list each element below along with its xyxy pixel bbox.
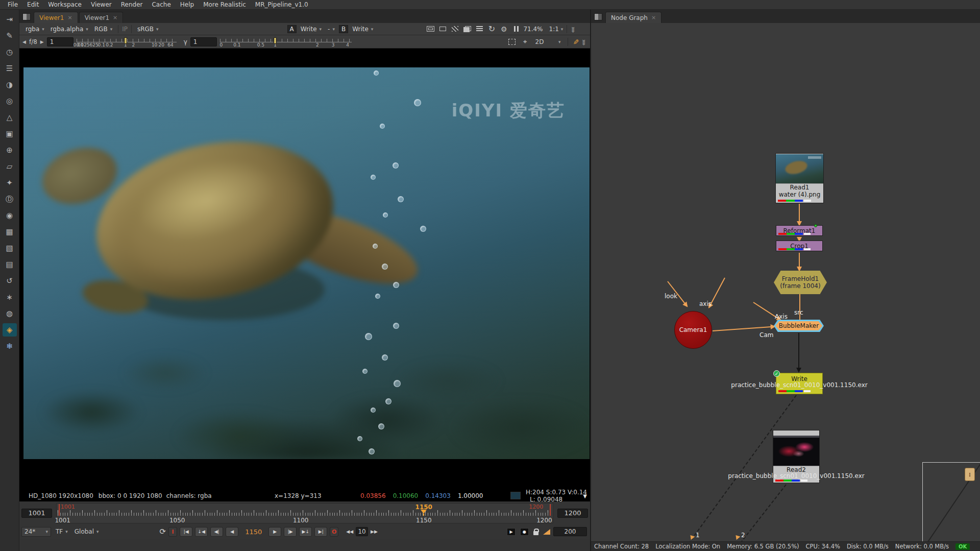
refresh-icon[interactable]: ↻ [486, 25, 497, 34]
frame-display-icon[interactable] [425, 25, 435, 34]
menu-cache[interactable]: Cache [147, 1, 175, 8]
range-out-marker[interactable] [550, 504, 551, 516]
exposure-down-arrow[interactable]: ◀ [22, 39, 26, 44]
step-forward-button[interactable]: |▶ [284, 527, 297, 537]
exposure-up-arrow[interactable]: ▶ [40, 39, 44, 44]
b-input-dropdown[interactable]: Write ▾ [350, 26, 375, 33]
menu-more-realistic[interactable]: More Realistic [199, 1, 251, 8]
gain-slider-handle[interactable] [124, 37, 127, 44]
current-frame-field[interactable]: 1150 [245, 528, 262, 536]
transform-icon[interactable]: ⊕ [3, 143, 17, 157]
color-icon[interactable]: ◑ [3, 78, 17, 91]
flipbook-icon[interactable]: ▶ [507, 528, 516, 536]
first-frame-button[interactable]: |◀ [180, 527, 192, 537]
node-graph-canvas[interactable]: Read1 water (4).png Reformat1 Crop1 Fram… [591, 23, 980, 541]
edge-bubblemaker-write[interactable] [798, 333, 799, 372]
a-input-dropdown[interactable]: Write ▾ [299, 26, 324, 33]
plugin-a-icon[interactable]: ◈ [3, 323, 17, 337]
collapse-chevrons-icon[interactable]: »» [581, 39, 588, 44]
wipe-icon[interactable] [462, 25, 472, 34]
view-mode-dropdown[interactable]: 2D ▾ [533, 38, 563, 45]
node-framehold1[interactable]: FrameHold1 (frame 1004) [774, 271, 827, 294]
edge-read1-reformat1[interactable] [799, 204, 800, 225]
gamma-slider-handle[interactable] [274, 37, 277, 44]
tab-node-graph[interactable]: Node Graph × [605, 12, 662, 23]
display-channel-dropdown[interactable]: RGB ▾ [92, 26, 114, 33]
metadata-icon[interactable]: ▦ [3, 225, 17, 238]
draw-icon[interactable]: ✎ [3, 29, 17, 42]
range-in-marker[interactable] [59, 504, 60, 516]
other-icon[interactable]: ▤ [3, 258, 17, 271]
views-icon[interactable]: ◉ [3, 209, 17, 222]
gamma-slider[interactable]: 00.10.51234 [220, 37, 352, 47]
panel-menu-button[interactable]: ⋮ [965, 468, 975, 481]
pixel-aspect[interactable]: 1:1 [549, 26, 559, 33]
selection-box-icon[interactable] [507, 37, 517, 46]
menu-mr-pipeline-v1-0[interactable]: MR_Pipeline_v1.0 [251, 1, 313, 8]
plugin-b-icon[interactable]: ❄ [3, 340, 17, 353]
range-end-input[interactable]: 1200 [557, 509, 588, 518]
playhead[interactable] [421, 510, 427, 514]
lock-icon[interactable] [533, 531, 538, 535]
menu-help[interactable]: Help [176, 1, 199, 8]
frame-increment-input[interactable]: 10 [356, 527, 368, 536]
annotate-pen-icon[interactable]: ✎ [571, 39, 579, 45]
speed-input[interactable]: 200 [553, 527, 587, 536]
next-keyframe-button[interactable]: ▶↓ [299, 527, 312, 537]
node-crop1[interactable]: Crop1 [776, 241, 823, 251]
gizmo-icon[interactable]: ∗ [3, 291, 17, 304]
panel-chooser-icon[interactable] [594, 13, 602, 20]
roi-gear-icon[interactable]: ⚙ [499, 25, 509, 34]
filter-icon[interactable]: ◎ [3, 94, 17, 108]
skip-forward-icon[interactable]: ▶▶ [371, 529, 378, 534]
gain-input[interactable]: 1 [47, 37, 74, 46]
close-icon[interactable]: × [67, 14, 72, 21]
ab-blend-dropdown[interactable]: - ▾ [326, 26, 337, 33]
last-frame-button[interactable]: ▶| [314, 527, 327, 537]
ramp-icon[interactable] [543, 529, 550, 535]
channel-icon[interactable]: ☰ [3, 62, 17, 75]
downrez-stripes-icon[interactable] [450, 25, 460, 34]
close-icon[interactable]: × [113, 14, 117, 21]
skip-back-icon[interactable]: ◀◀ [346, 529, 353, 534]
tracker-handles-icon[interactable]: ⌖ [520, 37, 530, 46]
menu-edit[interactable]: Edit [22, 1, 43, 8]
menu-viewer[interactable]: Viewer [86, 1, 116, 8]
layer-dropdown[interactable]: rgba.alpha ▾ [48, 26, 90, 33]
menu-file[interactable]: File [3, 1, 22, 8]
fstop-label[interactable]: f/8 [29, 38, 37, 45]
node-bubblemaker[interactable]: BubbleMaker [774, 320, 824, 332]
loop-icon[interactable]: ⟳ [160, 527, 166, 536]
collapse-chevrons-icon[interactable]: »» [570, 26, 577, 32]
menu-workspace[interactable]: Workspace [43, 1, 86, 8]
time-icon[interactable]: ◷ [3, 45, 17, 59]
menu-render[interactable]: Render [116, 1, 148, 8]
timeline-ruler[interactable]: 10011050110011501200 1001 1200 1150 »» [56, 503, 553, 523]
gamma-input[interactable]: 1 [190, 37, 217, 46]
chevron-down-icon[interactable]: ▾ [561, 27, 564, 32]
fps-dropdown[interactable]: 24* ▾ [21, 527, 51, 537]
zoom-level[interactable]: 71.4% [523, 26, 543, 33]
toolsets-icon[interactable]: ▧ [3, 242, 17, 255]
keyer-icon[interactable]: △ [3, 111, 17, 124]
range-start-input[interactable]: 1001 [21, 509, 52, 518]
in-point-button[interactable]: I [168, 527, 177, 537]
input-process-toggle[interactable]: IP [122, 26, 128, 33]
colorspace-dropdown[interactable]: sRGB ▾ [135, 26, 161, 33]
channels-dropdown[interactable]: rgba ▾ [23, 26, 46, 33]
viewer-canvas[interactable]: iQIYI 爱奇艺 [19, 49, 590, 490]
edge-framehold1-src[interactable] [799, 294, 800, 320]
gain-slider[interactable]: 0.010.0256250.10.212102064 [77, 37, 177, 47]
node-camera1[interactable]: Camera1 [674, 311, 712, 349]
close-icon[interactable]: × [651, 14, 656, 21]
prev-keyframe-button[interactable]: ↓◀ [195, 527, 208, 537]
panel-chooser-icon[interactable] [22, 13, 31, 20]
proxy-icon[interactable] [437, 25, 448, 34]
layer-rows-icon[interactable] [474, 25, 484, 34]
deep-icon[interactable]: Ⓓ [3, 193, 17, 206]
step-back-button[interactable]: ◀| [210, 527, 223, 537]
tab-viewer1-second[interactable]: Viewer1 × [79, 12, 124, 23]
3d-icon[interactable]: ▱ [3, 160, 17, 173]
record-icon[interactable]: ● [520, 528, 529, 536]
merge-icon[interactable]: ▣ [3, 127, 17, 140]
